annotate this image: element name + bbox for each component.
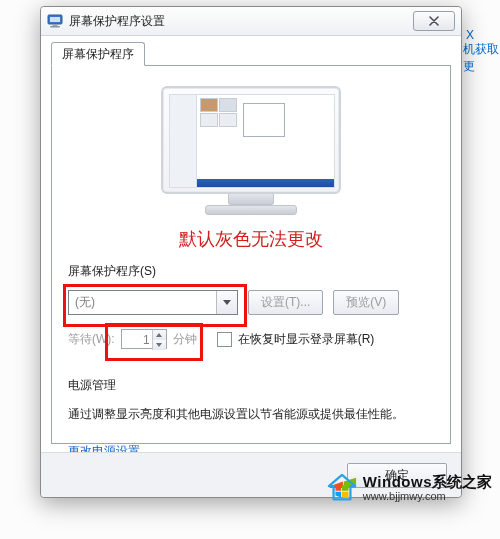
background-text-fragment-1: X bbox=[466, 28, 474, 42]
spinner-down-icon[interactable] bbox=[152, 340, 166, 350]
annotation-text: 默认灰色无法更改 bbox=[68, 227, 434, 251]
window-icon bbox=[47, 13, 63, 29]
svg-marker-8 bbox=[342, 483, 349, 491]
checkbox-icon bbox=[217, 332, 232, 347]
spinner-up-icon[interactable] bbox=[152, 330, 166, 340]
screensaver-settings-dialog: 屏幕保护程序设置 屏幕保护程序 bbox=[40, 6, 462, 498]
tab-strip: 屏幕保护程序 bbox=[51, 42, 451, 66]
svg-marker-9 bbox=[335, 492, 341, 498]
close-button[interactable] bbox=[413, 11, 455, 31]
settings-button[interactable]: 设置(T)... bbox=[248, 290, 323, 315]
svg-rect-2 bbox=[53, 24, 58, 26]
titlebar: 屏幕保护程序设置 bbox=[41, 7, 461, 36]
dropdown-value: (无) bbox=[69, 294, 216, 311]
svg-rect-3 bbox=[50, 26, 60, 28]
wait-row: 等待(W): 1 分钟 在恢复时显示登录屏幕(R) bbox=[68, 329, 434, 349]
checkbox-label: 在恢复时显示登录屏幕(R) bbox=[238, 331, 375, 348]
watermark: Windows系统之家 www.bjjmwy.com bbox=[327, 473, 492, 503]
power-section-description: 通过调整显示亮度和其他电源设置以节省能源或提供最佳性能。 bbox=[68, 406, 434, 423]
screensaver-select-row: (无) 设置(T)... 预览(V) bbox=[68, 290, 434, 315]
monitor-preview bbox=[68, 86, 434, 215]
svg-rect-1 bbox=[50, 17, 60, 22]
svg-marker-10 bbox=[342, 492, 349, 499]
chevron-down-icon bbox=[216, 291, 237, 314]
tab-label: 屏幕保护程序 bbox=[62, 46, 134, 63]
window-title: 屏幕保护程序设置 bbox=[69, 13, 413, 30]
preview-button[interactable]: 预览(V) bbox=[333, 290, 399, 315]
screensaver-section-label: 屏幕保护程序(S) bbox=[68, 263, 434, 280]
tab-content: 默认灰色无法更改 屏幕保护程序(S) (无) 设置(T)... 预览(V) 等待… bbox=[51, 66, 451, 444]
power-section-title: 电源管理 bbox=[68, 377, 434, 394]
screensaver-dropdown[interactable]: (无) bbox=[68, 290, 238, 315]
background-text-fragment-2: 机获取更 bbox=[463, 41, 500, 75]
watermark-logo-icon bbox=[327, 473, 357, 503]
tab-screensaver[interactable]: 屏幕保护程序 bbox=[51, 42, 145, 66]
wait-unit: 分钟 bbox=[173, 331, 197, 348]
resume-login-checkbox[interactable]: 在恢复时显示登录屏幕(R) bbox=[217, 331, 375, 348]
wait-spinner[interactable]: 1 bbox=[121, 329, 167, 349]
watermark-line1: Windows系统之家 bbox=[363, 473, 492, 490]
watermark-line2: www.bjjmwy.com bbox=[363, 490, 492, 503]
wait-label: 等待(W): bbox=[68, 331, 115, 348]
